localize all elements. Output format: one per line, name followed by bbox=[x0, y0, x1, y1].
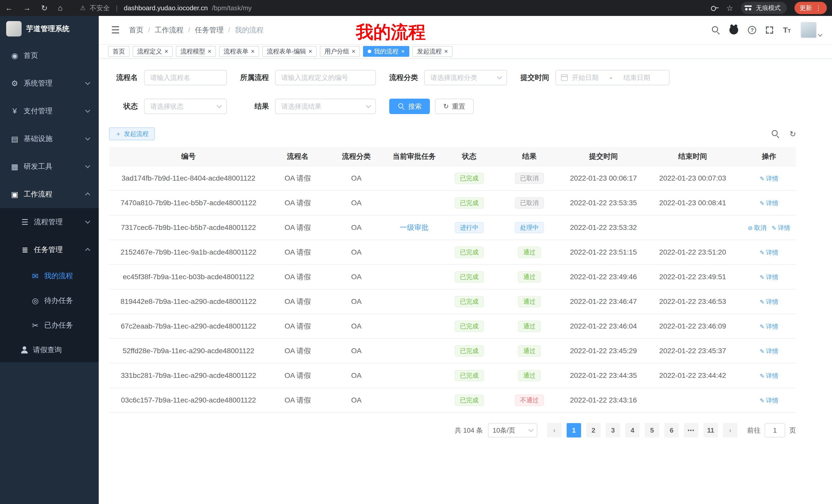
next-page-button[interactable]: › bbox=[723, 423, 737, 438]
tab-start-process[interactable]: 发起流程× bbox=[412, 46, 452, 57]
page-number[interactable]: 2 bbox=[586, 423, 601, 438]
table-row: 03c6c157-7b9a-11ec-a290-acde48001122OA 请… bbox=[109, 388, 796, 413]
sidebar-item-task-mgmt[interactable]: ≣任务管理 bbox=[0, 236, 99, 263]
address-bar[interactable]: ⚠ 不安全 | dashboard.yudao.iocoder.cn/bpm/t… bbox=[80, 4, 711, 12]
toggle-search-icon[interactable] bbox=[772, 130, 779, 138]
chevron-down-icon bbox=[85, 80, 90, 85]
detail-link[interactable]: ✎详情 bbox=[760, 249, 778, 256]
reload-icon[interactable]: ↻ bbox=[41, 4, 48, 12]
edit-icon: ✎ bbox=[760, 249, 764, 256]
close-icon[interactable]: × bbox=[401, 48, 405, 54]
tabs-bar: 首页 流程定义× 流程模型× 流程表单× 流程表单-编辑× 用户分组× 我的流程… bbox=[99, 45, 832, 59]
url-host: dashboard.yudao.iocoder.cn bbox=[124, 4, 208, 12]
tab-my-process[interactable]: 我的流程× bbox=[363, 46, 409, 57]
more-pages-icon[interactable]: ••• bbox=[684, 423, 698, 438]
close-icon[interactable]: × bbox=[444, 48, 448, 54]
update-button[interactable]: 更新 ⋮ bbox=[795, 2, 827, 14]
tab-process-form-edit[interactable]: 流程表单-编辑× bbox=[262, 46, 317, 57]
close-icon[interactable]: × bbox=[164, 48, 168, 54]
detail-link[interactable]: ✎详情 bbox=[772, 224, 790, 231]
tab-process-definition[interactable]: 流程定义× bbox=[133, 46, 173, 57]
sidebar-item-process-mgmt[interactable]: ☰流程管理 bbox=[0, 208, 99, 236]
back-icon[interactable]: ← bbox=[5, 4, 13, 12]
warning-icon: ⚠ bbox=[80, 4, 86, 11]
page-number[interactable]: 11 bbox=[703, 423, 718, 438]
forward-icon[interactable]: → bbox=[23, 4, 31, 12]
dashboard-icon: ◉ bbox=[10, 51, 19, 60]
detail-link[interactable]: ✎详情 bbox=[760, 298, 778, 305]
close-icon[interactable]: × bbox=[309, 48, 312, 54]
page-number[interactable]: 3 bbox=[606, 423, 620, 438]
sidebar-item-payment[interactable]: ¥支付管理 bbox=[0, 97, 99, 125]
category-select[interactable]: 请选择流程分类 bbox=[424, 70, 507, 85]
font-size-icon[interactable]: TT bbox=[783, 26, 791, 34]
search-icon[interactable] bbox=[712, 26, 720, 34]
star-icon[interactable]: ☆ bbox=[726, 4, 733, 12]
sidebar-item-done-tasks[interactable]: ✂已办任务 bbox=[0, 313, 99, 338]
detail-link[interactable]: ✎详情 bbox=[760, 397, 778, 404]
refresh-icon[interactable]: ↻ bbox=[789, 130, 796, 138]
breadcrumb-home[interactable]: 首页 bbox=[129, 25, 144, 35]
page-number[interactable]: 5 bbox=[645, 423, 659, 438]
status-select[interactable]: 请选择状态 bbox=[144, 99, 227, 114]
user-avatar-menu[interactable] bbox=[801, 22, 822, 38]
tab-user-group[interactable]: 用户分组× bbox=[320, 46, 360, 57]
edit-icon: ✎ bbox=[772, 225, 776, 231]
search-icon bbox=[398, 103, 405, 109]
page-number[interactable]: 6 bbox=[665, 423, 679, 438]
infra-icon: ▤ bbox=[10, 134, 19, 143]
close-icon[interactable]: × bbox=[208, 48, 211, 54]
cancel-link[interactable]: ⊘取消 bbox=[748, 224, 766, 231]
home-icon[interactable]: ⌂ bbox=[58, 4, 62, 12]
detail-link[interactable]: ✎详情 bbox=[760, 372, 778, 379]
task-link[interactable]: 一级审批 bbox=[400, 223, 428, 231]
process-name-input[interactable] bbox=[144, 70, 227, 85]
sidebar-item-todo-tasks[interactable]: ◎待办任务 bbox=[0, 288, 99, 313]
tools-icon: ▦ bbox=[10, 162, 19, 171]
page-number[interactable]: 4 bbox=[625, 423, 640, 438]
tab-process-model[interactable]: 流程模型× bbox=[176, 46, 216, 57]
detail-link[interactable]: ✎详情 bbox=[760, 200, 778, 206]
result-select[interactable]: 请选择流结果 bbox=[275, 99, 376, 114]
help-icon[interactable]: ? bbox=[748, 26, 756, 34]
search-button[interactable]: 搜索 bbox=[389, 99, 430, 114]
prev-page-button[interactable]: ‹ bbox=[547, 423, 562, 438]
edit-icon: ✎ bbox=[760, 299, 764, 305]
page-size-select[interactable]: 10条/页 bbox=[488, 423, 537, 438]
app-title: 芋道管理系统 bbox=[26, 24, 70, 34]
detail-link[interactable]: ✎详情 bbox=[760, 175, 778, 182]
reset-button[interactable]: ↻重置 bbox=[435, 99, 474, 114]
create-process-button[interactable]: ＋发起流程 bbox=[109, 128, 155, 140]
hamburger-icon[interactable]: ☰ bbox=[111, 24, 120, 36]
fullscreen-icon[interactable] bbox=[766, 26, 773, 34]
detail-link[interactable]: ✎详情 bbox=[760, 347, 778, 355]
col-status: 状态 bbox=[443, 147, 495, 166]
sidebar-item-leave-query[interactable]: 请假查询 bbox=[0, 338, 99, 362]
close-icon[interactable]: × bbox=[352, 48, 355, 54]
tab-process-form[interactable]: 流程表单× bbox=[219, 46, 259, 57]
tab-home[interactable]: 首页 bbox=[108, 46, 130, 57]
breadcrumb-task-mgmt[interactable]: 任务管理 bbox=[195, 25, 224, 35]
close-icon[interactable]: × bbox=[251, 48, 255, 54]
sidebar-item-infra[interactable]: ▤基础设施 bbox=[0, 125, 99, 152]
detail-link[interactable]: ✎详情 bbox=[760, 323, 778, 330]
key-icon[interactable] bbox=[711, 5, 719, 10]
sidebar-item-workflow[interactable]: ▣工作流程 bbox=[0, 180, 99, 208]
status-label: 状态 bbox=[109, 102, 138, 111]
github-icon[interactable] bbox=[729, 26, 738, 34]
sidebar-item-devtools[interactable]: ▦研发工具 bbox=[0, 152, 99, 180]
sidebar-item-home[interactable]: ◉首页 bbox=[0, 41, 99, 69]
detail-link[interactable]: ✎详情 bbox=[760, 274, 778, 281]
sidebar-item-system[interactable]: ⚙系统管理 bbox=[0, 69, 99, 97]
page-number[interactable]: 1 bbox=[567, 423, 581, 438]
more-vert-icon[interactable]: ⋮ bbox=[815, 4, 822, 12]
sidebar-item-my-process[interactable]: ✉我的流程 bbox=[0, 263, 99, 288]
status-badge: 已完成 bbox=[455, 320, 484, 332]
process-table: 编号 流程名 流程分类 当前审批任务 状态 结果 提交时间 结束时间 操作 3a… bbox=[109, 147, 796, 413]
goto-page-input[interactable] bbox=[765, 423, 785, 438]
app-logo[interactable]: 芋道管理系统 bbox=[0, 16, 99, 41]
process-owner-input[interactable] bbox=[275, 70, 376, 85]
result-badge: 通过 bbox=[518, 296, 541, 307]
breadcrumb-workflow[interactable]: 工作流程 bbox=[155, 25, 184, 35]
date-range-picker[interactable]: 开始日期 - 结束日期 bbox=[555, 70, 670, 85]
